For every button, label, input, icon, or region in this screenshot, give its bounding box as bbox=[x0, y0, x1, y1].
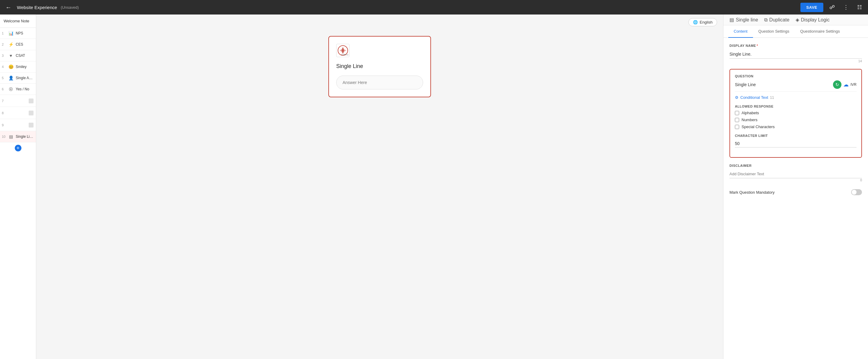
checkbox-alphabets: Alphabets bbox=[735, 111, 857, 115]
disclaimer-section: DISCLAIMER 0 bbox=[730, 164, 862, 182]
checkbox-numbers: Numbers bbox=[735, 117, 857, 122]
welcome-note-item[interactable]: Welcome Note bbox=[0, 15, 36, 28]
ces-icon: ⚡ bbox=[8, 42, 13, 47]
canvas-content: ACME Corp Single Line bbox=[36, 30, 723, 359]
numbers-label: Numbers bbox=[742, 117, 757, 122]
yes-no-icon: ⦿ bbox=[8, 87, 13, 91]
sidebar-item-nps[interactable]: 1 📊 NPS bbox=[0, 28, 36, 39]
top-single-line[interactable]: ▤ Single line bbox=[730, 17, 758, 23]
conditional-text-label: Conditional Text bbox=[740, 95, 768, 100]
sidebar-item-7: 7 bbox=[0, 95, 36, 107]
sidebar-item-ces[interactable]: 2 ⚡ CES bbox=[0, 39, 36, 50]
placeholder-icon-7 bbox=[29, 99, 33, 103]
numbers-checkbox[interactable] bbox=[735, 118, 739, 122]
back-button[interactable]: ← bbox=[4, 2, 13, 12]
survey-input-wrapper[interactable] bbox=[336, 76, 423, 89]
top-display-logic[interactable]: ◈ Display Logic bbox=[796, 17, 830, 23]
unsaved-label: (Unsaved) bbox=[61, 5, 79, 10]
top-duplicate[interactable]: ⧉ Duplicate bbox=[764, 17, 789, 23]
sidebar: Welcome Note 1 📊 NPS 2 ⚡ CES 3 ♥ CSAT 4 … bbox=[0, 15, 36, 359]
add-icon: + bbox=[15, 145, 22, 151]
language-label: English bbox=[700, 20, 713, 25]
survey-card: ACME Corp Single Line bbox=[329, 36, 431, 97]
sidebar-item-8: 8 bbox=[0, 107, 36, 119]
placeholder-icon-9 bbox=[29, 123, 33, 128]
survey-logo: ACME Corp bbox=[336, 44, 349, 57]
menu-icon-button[interactable]: ⋮ bbox=[841, 3, 851, 12]
question-content-box: QUESTION ↻ ☁ IVR ⚙ Conditional Text 11 bbox=[730, 69, 862, 158]
checkbox-special-characters: Special Characters bbox=[735, 125, 857, 129]
refresh-icon-button[interactable]: ↻ bbox=[833, 80, 841, 89]
ivr-label: IVR bbox=[850, 83, 857, 87]
layout-icon-button[interactable]: ☍ bbox=[827, 3, 837, 12]
special-characters-label: Special Characters bbox=[742, 125, 775, 129]
disclaimer-input[interactable] bbox=[730, 170, 862, 178]
canvas-toolbar: 🌐 English bbox=[36, 15, 723, 30]
display-logic-icon: ◈ bbox=[796, 17, 799, 23]
smiley-icon: 😊 bbox=[8, 64, 13, 69]
topbar: ← Website Experience (Unsaved) SAVE ☍ ⋮ … bbox=[0, 0, 868, 15]
single-line-top-icon: ▤ bbox=[730, 17, 734, 23]
allowed-response-section: ALLOWED RESPONSE Alphabets Numbers Speci… bbox=[735, 105, 857, 129]
survey-card-title: Single Line bbox=[336, 63, 423, 70]
tab-content[interactable]: Content bbox=[728, 25, 753, 38]
disclaimer-label: DISCLAIMER bbox=[730, 164, 862, 167]
question-input-row: ↻ ☁ IVR bbox=[735, 80, 857, 91]
question-text-input[interactable] bbox=[735, 82, 831, 87]
settings-icon: ⚙ bbox=[735, 95, 739, 100]
nps-icon: 📊 bbox=[8, 31, 13, 36]
main-layout: Welcome Note 1 📊 NPS 2 ⚡ CES 3 ♥ CSAT 4 … bbox=[0, 15, 868, 359]
sidebar-item-smiley[interactable]: 4 😊 Smiley bbox=[0, 61, 36, 73]
tab-question-settings[interactable]: Question Settings bbox=[753, 25, 795, 38]
language-selector[interactable]: 🌐 English bbox=[688, 18, 717, 26]
single-answer-icon: 👤 bbox=[8, 76, 13, 80]
placeholder-icon-8 bbox=[29, 111, 33, 115]
display-name-input[interactable] bbox=[730, 50, 862, 59]
conditional-text-count: 11 bbox=[770, 95, 774, 100]
display-name-count: 14 bbox=[730, 59, 862, 63]
hierarchy-icon-button[interactable]: ☷ bbox=[855, 3, 864, 12]
char-limit-label: CHARACTER LIMIT bbox=[735, 134, 857, 138]
mark-mandatory-row: Mark Question Mandatory bbox=[730, 187, 862, 195]
sidebar-item-yes-no[interactable]: 6 ⦿ Yes / No bbox=[0, 84, 36, 95]
add-question-button[interactable]: + bbox=[0, 142, 36, 154]
special-characters-checkbox[interactable] bbox=[735, 125, 739, 129]
tab-questionnaire-settings[interactable]: Questionnaire Settings bbox=[795, 25, 845, 38]
right-panel: ▤ Single line ⧉ Duplicate ◈ Display Logi… bbox=[723, 15, 868, 359]
char-limit-input[interactable] bbox=[735, 140, 857, 147]
sidebar-item-single-answer[interactable]: 5 👤 Single Answer bbox=[0, 73, 36, 84]
save-button[interactable]: SAVE bbox=[800, 3, 823, 12]
allowed-response-label: ALLOWED RESPONSE bbox=[735, 105, 857, 108]
survey-answer-input[interactable] bbox=[336, 76, 423, 89]
mark-mandatory-toggle[interactable] bbox=[851, 189, 862, 195]
svg-text:ACME Corp: ACME Corp bbox=[341, 54, 348, 56]
display-name-label: DISPLAY NAME* bbox=[730, 44, 862, 48]
duplicate-icon: ⧉ bbox=[764, 17, 768, 23]
alphabets-label: Alphabets bbox=[742, 111, 759, 115]
conditional-text-row[interactable]: ⚙ Conditional Text 11 bbox=[735, 95, 857, 100]
survey-card-header: ACME Corp bbox=[336, 44, 423, 57]
mark-mandatory-label: Mark Question Mandatory bbox=[730, 190, 775, 195]
sidebar-item-single-line[interactable]: 10 ▤ Single Line bbox=[0, 131, 36, 142]
page-title: Website Experience bbox=[17, 5, 57, 10]
csat-icon: ♥ bbox=[8, 53, 13, 58]
right-panel-tabs: Content Question Settings Questionnaire … bbox=[723, 25, 868, 38]
upload-icon-button[interactable]: ☁ bbox=[843, 81, 849, 88]
disclaimer-count: 0 bbox=[730, 178, 862, 182]
sidebar-item-csat[interactable]: 3 ♥ CSAT bbox=[0, 50, 36, 61]
question-input-icons: ↻ ☁ IVR bbox=[833, 80, 857, 89]
display-name-section: DISPLAY NAME* 14 bbox=[730, 44, 862, 63]
sidebar-item-9: 9 bbox=[0, 119, 36, 131]
question-label: QUESTION bbox=[735, 74, 857, 78]
single-line-icon: ▤ bbox=[8, 134, 13, 139]
right-panel-top: ▤ Single line ⧉ Duplicate ◈ Display Logi… bbox=[723, 15, 868, 25]
language-icon: 🌐 bbox=[693, 20, 698, 25]
right-panel-body: DISPLAY NAME* 14 QUESTION ↻ ☁ IVR ⚙ bbox=[723, 38, 868, 359]
char-limit-section: CHARACTER LIMIT bbox=[735, 134, 857, 147]
alphabets-checkbox[interactable] bbox=[735, 111, 739, 115]
canvas: 🌐 English ACME Corp Single Line bbox=[36, 15, 723, 359]
